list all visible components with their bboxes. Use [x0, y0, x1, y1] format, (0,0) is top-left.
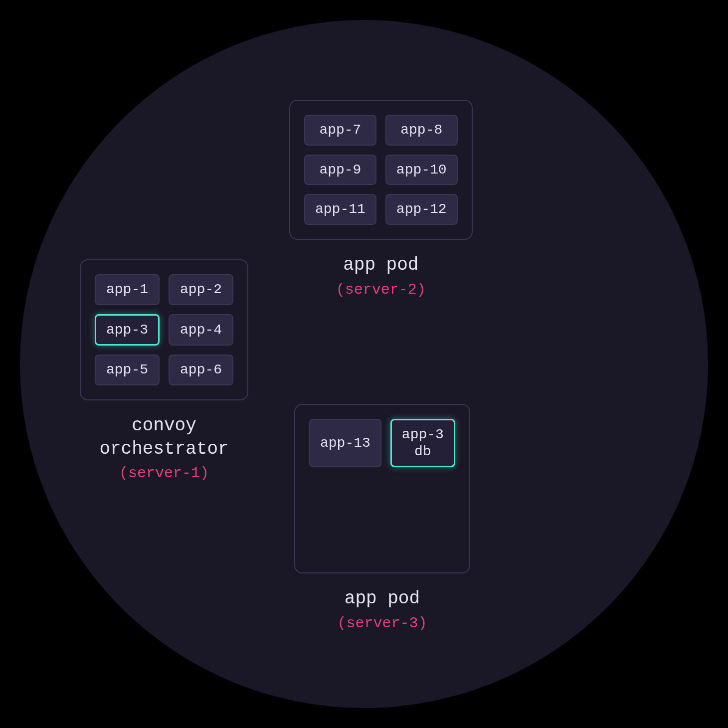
pod-box-server-3: app-13 app-3 db — [294, 404, 470, 573]
pod-server: (server-1) — [99, 465, 228, 482]
app-tile-app-3-db: app-3 db — [390, 419, 455, 467]
app-tile-app-1: app-1 — [95, 274, 160, 305]
app-tile-app-2: app-2 — [169, 274, 233, 305]
app-tile-app-9: app-9 — [304, 155, 376, 185]
pod-server: (server-3) — [337, 615, 427, 632]
app-tile-app-3: app-3 — [95, 314, 160, 346]
app-tile-app-11: app-11 — [304, 194, 376, 225]
pod-box-server-2: app-7 app-8 app-9 app-10 app-11 app-12 — [289, 100, 473, 240]
app-tile-line: app-3 — [402, 426, 444, 443]
pod-label-server-1: convoy orchestrator (server-1) — [99, 414, 228, 482]
app-tile-app-7: app-7 — [304, 115, 376, 146]
pod-box-server-1: app-1 app-2 app-3 app-4 app-5 app-6 — [80, 259, 248, 400]
app-tile-line: db — [414, 443, 431, 460]
pod-label-server-3: app pod (server-3) — [337, 587, 427, 632]
app-tile-app-10: app-10 — [385, 155, 458, 185]
pod-title: convoy orchestrator — [99, 414, 228, 461]
pod-label-server-2: app pod (server-2) — [336, 254, 426, 298]
cluster-circle: app-1 app-2 app-3 app-4 app-5 app-6 conv… — [20, 20, 708, 708]
app-tile-app-5: app-5 — [95, 355, 160, 385]
pod-group-server-3: app-13 app-3 db app pod (server-3) — [294, 404, 470, 632]
app-tile-app-13: app-13 — [309, 419, 381, 467]
app-tile-app-12: app-12 — [385, 194, 458, 225]
pod-group-server-1: app-1 app-2 app-3 app-4 app-5 app-6 conv… — [80, 259, 248, 482]
app-tile-app-8: app-8 — [385, 115, 458, 146]
app-tile-app-6: app-6 — [169, 355, 233, 385]
pod-group-server-2: app-7 app-8 app-9 app-10 app-11 app-12 a… — [289, 100, 473, 298]
pod-title: app pod — [337, 587, 427, 611]
pod-server: (server-2) — [336, 281, 426, 298]
app-tile-app-4: app-4 — [169, 314, 233, 346]
pod-title: app pod — [336, 254, 426, 277]
